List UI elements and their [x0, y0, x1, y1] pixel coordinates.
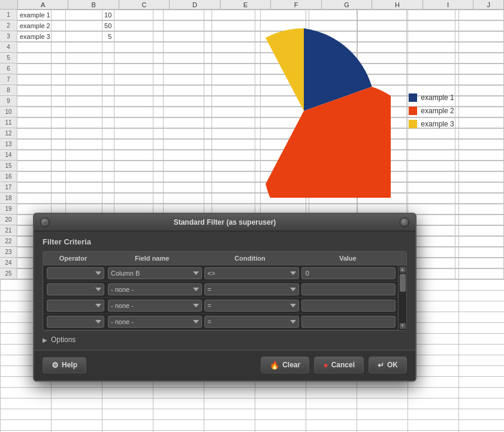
- cancel-button[interactable]: ● Cancel: [314, 357, 364, 373]
- row-num-25: 25: [0, 268, 17, 279]
- col-header-j: J: [473, 0, 504, 10]
- legend-label-example3: example 3: [421, 120, 454, 128]
- field-name-select-3[interactable]: - none - Column B: [108, 300, 202, 312]
- value-input-4[interactable]: [301, 316, 396, 328]
- pie-chart: [217, 24, 391, 198]
- cell-b2[interactable]: 50: [66, 20, 114, 31]
- help-button[interactable]: ⚙ Help: [43, 357, 86, 373]
- col-header-h: H: [372, 0, 423, 10]
- help-icon: ⚙: [52, 361, 59, 370]
- col-header-d: D: [170, 0, 221, 10]
- operator-select-2[interactable]: AND OR: [47, 283, 104, 295]
- legend-item-example2: example 2: [409, 107, 454, 115]
- operator-select-4[interactable]: AND OR: [47, 316, 104, 328]
- standard-filter-dialog: ● Standard Filter (as superuser) Filter …: [33, 213, 417, 382]
- row-num-3: 3: [0, 31, 17, 41]
- col-header-b: B: [68, 0, 119, 10]
- filter-scroll-area: AND OR Column B - none - <> = < >: [43, 265, 406, 330]
- row-num-13: 13: [0, 139, 17, 149]
- row-num-21: 21: [0, 225, 17, 235]
- scrollbar-thumb[interactable]: [400, 274, 406, 292]
- field-name-select-1[interactable]: Column B - none -: [108, 267, 202, 279]
- filter-row-1: AND OR Column B - none - <> = < >: [43, 265, 398, 282]
- row-num-22: 22: [0, 236, 17, 246]
- dialog-body: Filter Criteria Operator Field name Cond…: [34, 231, 415, 350]
- row-num-7: 7: [0, 74, 17, 84]
- row-num-24: 24: [0, 258, 17, 268]
- value-input-2[interactable]: [301, 283, 396, 295]
- legend-label-example2: example 2: [421, 107, 454, 115]
- row-num-12: 12: [0, 128, 17, 138]
- filter-row-3: AND OR - none - Column B = <>: [43, 298, 398, 314]
- row-num-9: 9: [0, 96, 17, 106]
- filter-rows-wrap: AND OR Column B - none - <> = < >: [43, 265, 398, 330]
- filter-row-4: AND OR - none - Column B = <>: [43, 314, 398, 330]
- cell-c3[interactable]: [114, 31, 163, 41]
- ok-button[interactable]: ↵ OK: [369, 357, 407, 373]
- clear-icon: 🔥: [270, 361, 279, 370]
- field-name-select-4[interactable]: - none - Column B: [108, 316, 202, 328]
- dialog-close-right-button[interactable]: [400, 217, 409, 227]
- pie-slice-example3: [265, 28, 304, 111]
- cell-a2[interactable]: example 2: [17, 20, 66, 31]
- row-num-4: 4: [0, 42, 17, 52]
- cancel-icon: ●: [323, 360, 328, 370]
- legend-item-example3: example 3: [409, 120, 454, 128]
- clear-button[interactable]: 🔥 Clear: [261, 357, 309, 373]
- row-num-14: 14: [0, 150, 17, 160]
- legend-color-example2: [409, 107, 417, 115]
- cell-b3[interactable]: 5: [66, 31, 114, 41]
- col-header-a: A: [18, 0, 69, 10]
- filter-scrollbar[interactable]: ▲ ▼: [398, 265, 406, 330]
- row-num-5: 5: [0, 53, 17, 63]
- operator-select-3[interactable]: AND OR: [47, 300, 104, 312]
- cell-b1[interactable]: 10: [66, 10, 114, 20]
- ok-label: OK: [387, 361, 398, 369]
- row-num-2: 2: [0, 20, 17, 31]
- ok-icon: ↵: [378, 361, 384, 370]
- legend-label-example1: example 1: [421, 93, 454, 102]
- col-header-value: Value: [299, 252, 397, 265]
- row-num-19: 19: [0, 204, 17, 214]
- col-header-g: G: [322, 0, 373, 10]
- col-header-field-name: Field name: [103, 252, 201, 265]
- row-num-10: 10: [0, 107, 17, 117]
- dialog-title: Standard Filter (as superuser): [50, 218, 400, 226]
- filter-table-header: Operator Field name Condition Value: [43, 252, 406, 265]
- pie-wrapper: example 1 example 2 example 3: [217, 24, 454, 198]
- filter-row-2: AND OR - none - Column B = <>: [43, 282, 398, 298]
- row-num-15: 15: [0, 161, 17, 171]
- condition-select-3[interactable]: = <>: [204, 300, 298, 312]
- cell-c2[interactable]: [114, 20, 163, 31]
- help-label: Help: [62, 361, 77, 369]
- operator-select-1[interactable]: AND OR: [47, 267, 104, 279]
- row-num-8: 8: [0, 85, 17, 95]
- condition-select-1[interactable]: <> = < >: [204, 267, 298, 279]
- col-header-c: C: [119, 0, 170, 10]
- field-name-select-2[interactable]: - none - Column B: [108, 283, 202, 295]
- chart-legend: example 1 example 2 example 3: [409, 93, 454, 128]
- cell-a1[interactable]: example 1: [17, 10, 66, 20]
- dialog-titlebar: ● Standard Filter (as superuser): [34, 214, 415, 231]
- row-num-17: 17: [0, 182, 17, 192]
- cell-c1[interactable]: [114, 10, 163, 20]
- row-num-23: 23: [0, 247, 17, 257]
- col-header-operator: Operator: [43, 252, 103, 265]
- col-header-e: E: [221, 0, 271, 10]
- value-input-3[interactable]: [301, 300, 396, 312]
- col-header-condition: Condition: [201, 252, 298, 265]
- dialog-close-left-button[interactable]: ●: [40, 217, 50, 227]
- clear-label: Clear: [282, 361, 300, 369]
- row-num-1: 1: [0, 10, 17, 20]
- row-num-6: 6: [0, 64, 17, 74]
- pie-slice-example2: [266, 87, 391, 198]
- condition-select-2[interactable]: = <>: [204, 283, 298, 295]
- dialog-footer: ⚙ Help 🔥 Clear ● Cancel ↵ OK: [34, 350, 415, 380]
- row-num-header: [0, 0, 18, 10]
- cell-a3[interactable]: example 3: [17, 31, 66, 41]
- value-input-1[interactable]: [301, 267, 396, 279]
- condition-select-4[interactable]: = <>: [204, 316, 298, 328]
- options-triangle-icon: ▶: [43, 337, 47, 343]
- options-section[interactable]: ▶ Options: [43, 336, 407, 344]
- chart-container: example 1 example 2 example 3: [168, 9, 503, 213]
